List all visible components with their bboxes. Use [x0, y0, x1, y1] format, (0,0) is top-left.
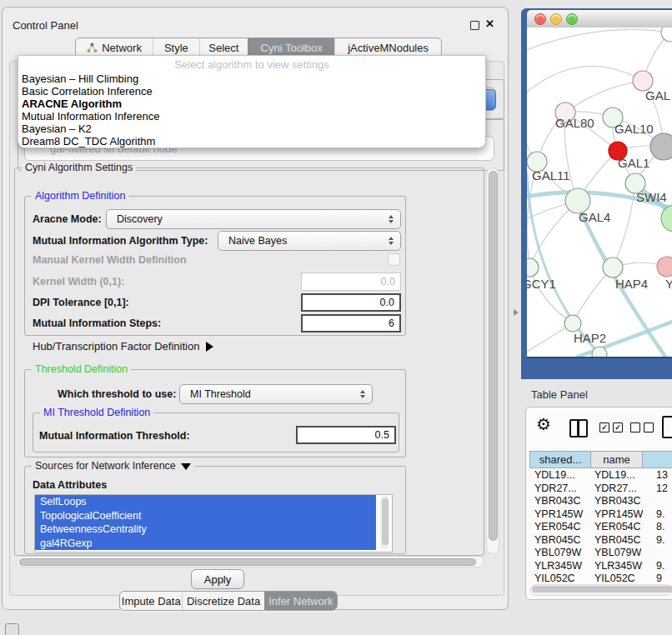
network-canvas[interactable]: GALGAL80GAL10GAL1GAL11SWI4GAL4GCY1HAP4YH… [527, 28, 672, 357]
dropdown-placeholder: Select algorithm to view settings [18, 58, 485, 71]
node-label: GCY1 [527, 277, 556, 291]
tab-impute-data[interactable]: Impute Data [120, 592, 182, 610]
table-row[interactable]: YDL19...YDL19...13 [529, 469, 672, 482]
network-node[interactable] [661, 205, 672, 232]
which-threshold-combo[interactable]: MI Threshold [179, 384, 373, 404]
unchecked-checkbox-icon[interactable] [644, 422, 654, 432]
column-header-shared-name[interactable]: shared... [529, 451, 591, 468]
table-hscrollbar-thumb[interactable] [532, 586, 672, 592]
column-layout-icon[interactable] [569, 419, 588, 438]
cyni-bottom-tabs: Impute Data Discretize Data Infer Networ… [119, 591, 338, 611]
algorithm-dropdown-list: Select algorithm to view settings Bayesi… [18, 55, 486, 148]
network-edge [527, 29, 670, 50]
mi-steps-value: 6 [389, 318, 394, 329]
manual-kernel-label: Manual Kernel Width Definition [33, 254, 187, 266]
table-cell: YBR043C [529, 495, 591, 508]
network-node[interactable] [527, 258, 539, 277]
table-row[interactable]: YDR27...YDR27...12 [529, 482, 672, 496]
which-threshold-label: Which threshold to use: [58, 388, 176, 400]
aracne-mode-label: Aracne Mode: [33, 213, 102, 225]
tab-infer-network[interactable]: Infer Network [264, 592, 337, 610]
algorithm-option[interactable]: ARACNE Algorithm [22, 98, 482, 110]
collapse-down-icon [181, 463, 191, 470]
document-icon[interactable] [662, 416, 672, 438]
table-cell: YLR345W [529, 560, 591, 573]
tab-select[interactable]: Select [199, 38, 248, 57]
tab-network[interactable]: Network [76, 38, 153, 57]
table-cell: YBR045C [591, 534, 643, 548]
combo-arrows-icon [389, 215, 394, 223]
algorithm-definition-title: Algorithm Definition [32, 190, 128, 202]
mi-steps-field[interactable]: 6 [301, 314, 401, 332]
list-scrollbar-thumb[interactable] [382, 498, 389, 545]
node-label: GAL11 [532, 168, 570, 182]
node-label: GAL1 [618, 156, 649, 170]
network-node[interactable] [603, 258, 623, 278]
checked-checkbox-icon[interactable]: ✓ [599, 422, 609, 432]
attribute-list-item[interactable]: SelfLoops [35, 495, 376, 509]
algorithm-option[interactable]: Bayesian – Hill Climbing [22, 72, 482, 85]
table-row[interactable]: YBR045CYBR045C9. [529, 534, 672, 548]
manual-kernel-checkbox[interactable] [388, 253, 400, 266]
zoom-traffic-light[interactable] [566, 13, 578, 25]
close-traffic-light[interactable] [534, 13, 546, 25]
algorithm-option[interactable]: Mutual Information Inference [22, 110, 482, 122]
attribute-list-item[interactable]: BetweennessCentrality [35, 522, 376, 537]
attribute-list-item[interactable]: gal4RGexp [35, 537, 376, 551]
table-body: YDL19...YDL19...13YDR27...YDR27...12YBR0… [529, 469, 672, 586]
data-attributes-list[interactable]: SelfLoopsTopologicalCoefficientBetweenne… [34, 494, 393, 552]
dpi-tolerance-field[interactable]: 0.0 [301, 293, 401, 312]
apply-button[interactable]: Apply [191, 569, 244, 589]
algorithm-option[interactable]: Dream8 DC_TDC Algorithm [22, 135, 482, 148]
checked-checkbox-icon[interactable]: ✓ [613, 422, 623, 432]
hub-section-toggle[interactable]: Hub/Transcription Factor Definition [33, 340, 213, 352]
network-node[interactable] [564, 315, 581, 332]
gear-icon[interactable]: ⚙ [536, 414, 551, 434]
network-window-titlebar[interactable] [527, 10, 672, 28]
table-row[interactable]: YBR043CYBR043C [529, 495, 672, 508]
dpi-tolerance-value: 0.0 [380, 297, 394, 308]
column-header-clipped[interactable] [642, 451, 672, 468]
table-cell: YBL079W [591, 547, 643, 560]
float-window-icon[interactable] [470, 21, 479, 30]
kernel-width-field[interactable]: 0.0 [301, 272, 401, 291]
mi-threshold-field[interactable]: 0.5 [296, 426, 396, 444]
close-icon[interactable]: ✕ [485, 18, 494, 30]
network-node[interactable] [650, 133, 672, 160]
algorithm-option[interactable]: Bayesian – K2 [22, 122, 482, 135]
settings-scrollbar-thumb[interactable] [489, 171, 498, 541]
network-node[interactable] [592, 347, 607, 357]
column-header-name[interactable]: name [590, 451, 643, 468]
table-cell: 12 [643, 482, 672, 496]
table-panel: ⚙ ✓ ✓ shared... name YDL19...YDL19...13Y… [525, 407, 672, 600]
float-panel-icon[interactable] [5, 623, 19, 635]
tab-cyni-toolbox[interactable]: Cyni Toolbox [248, 38, 334, 57]
table-cell: YER054C [591, 521, 643, 534]
network-node[interactable] [661, 28, 672, 42]
aracne-mode-combo[interactable]: Discovery [106, 209, 401, 229]
tab-jactivemnodules[interactable]: jActiveMNodules [334, 38, 441, 57]
tab-discretize-data[interactable]: Discretize Data [182, 592, 263, 610]
splitter-collapse-icon[interactable] [514, 309, 519, 316]
mi-threshold-value: 0.5 [375, 429, 389, 441]
network-icon [87, 42, 98, 53]
node-label: GAL4 [579, 210, 610, 224]
minimize-traffic-light[interactable] [550, 13, 562, 25]
table-cell: YBR043C [591, 495, 643, 508]
table-row[interactable]: YER054CYER054C8. [529, 521, 672, 534]
table-row[interactable]: YBL079WYBL079W [529, 547, 672, 560]
algorithm-option[interactable]: Basic Correlation Inference [22, 85, 482, 98]
sources-group-title[interactable]: Sources for Network Inference [32, 460, 194, 472]
table-row[interactable]: YLR345WYLR345W9. [529, 560, 672, 573]
table-row[interactable]: YPR145WYPR145W9. [529, 508, 672, 522]
network-node[interactable] [657, 257, 672, 277]
mi-type-combo[interactable]: Naive Bayes [218, 231, 401, 251]
settings-hscrollbar-thumb[interactable] [19, 558, 476, 566]
table-cell: YPR145W [591, 508, 643, 522]
tab-style[interactable]: Style [153, 38, 199, 57]
control-panel-window: Control Panel ✕ Network Style [2, 7, 509, 610]
tab-label: jActiveMNodules [348, 42, 429, 54]
attribute-list-item[interactable]: TopologicalCoefficient [35, 509, 376, 523]
unchecked-checkbox-icon[interactable] [630, 422, 640, 432]
table-cell: YBR045C [529, 534, 591, 548]
